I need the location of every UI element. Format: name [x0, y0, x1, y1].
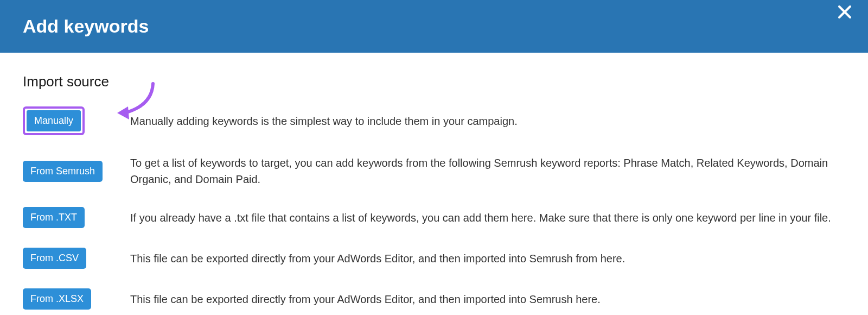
button-wrapper: From .XLSX [23, 288, 115, 310]
option-description: If you already have a .txt file that con… [130, 210, 845, 226]
option-row-txt: From .TXT If you already have a .txt fil… [23, 207, 845, 228]
option-row-manually: Manually Manually adding keywords is the… [23, 106, 845, 135]
modal-content: Import source Manually Manually adding k… [0, 53, 868, 310]
import-from-txt-button[interactable]: From .TXT [23, 207, 85, 228]
option-description: This file can be exported directly from … [130, 250, 845, 267]
button-wrapper: From Semrush [23, 161, 115, 182]
import-from-semrush-button[interactable]: From Semrush [23, 161, 103, 182]
import-from-xlsx-button[interactable]: From .XLSX [23, 288, 91, 310]
button-wrapper: From .CSV [23, 248, 115, 269]
highlight-border: Manually [23, 106, 85, 135]
close-icon[interactable] [838, 5, 852, 19]
button-wrapper: From .TXT [23, 207, 115, 228]
modal-header: Add keywords [0, 0, 868, 53]
section-title: Import source [23, 73, 845, 90]
import-from-csv-button[interactable]: From .CSV [23, 248, 86, 269]
option-description: To get a list of keywords to target, you… [130, 155, 845, 187]
import-options: Manually Manually adding keywords is the… [23, 106, 845, 310]
button-wrapper: Manually [23, 106, 115, 135]
option-row-xlsx: From .XLSX This file can be exported dir… [23, 288, 845, 310]
option-description: Manually adding keywords is the simplest… [130, 113, 845, 129]
modal-title: Add keywords [23, 16, 149, 37]
option-description: This file can be exported directly from … [130, 291, 845, 307]
option-row-semrush: From Semrush To get a list of keywords t… [23, 155, 845, 187]
import-manually-button[interactable]: Manually [27, 110, 81, 131]
option-row-csv: From .CSV This file can be exported dire… [23, 248, 845, 269]
